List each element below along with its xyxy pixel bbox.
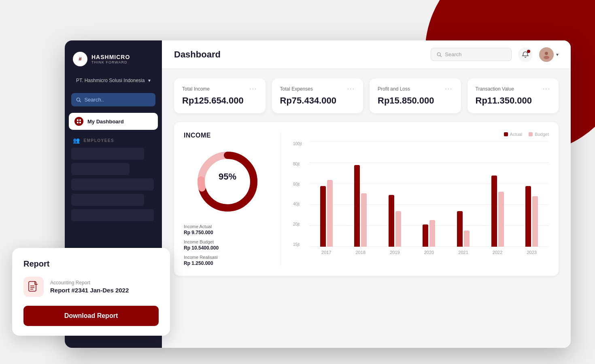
stat-income-value: Rp125.654.000 [182, 95, 257, 106]
stat-card-transaction: Transaction Value ··· Rp11.350.000 [468, 78, 559, 113]
actual-dot [504, 132, 508, 136]
chart-legend-actual: Actual [504, 132, 523, 137]
bar-budget [532, 196, 538, 247]
income-legend: Income Actual Rp 9.750.000 Income Budget… [184, 224, 271, 266]
nav-my-dashboard[interactable]: My Dashboard [69, 113, 158, 130]
chart-body: 2017201820192020202120222023 [309, 142, 549, 255]
logo-icon: # [73, 52, 87, 66]
legend-budget-label: Income Budget [184, 239, 271, 244]
legend-realisasi-label: Income Realisasi [184, 255, 271, 260]
report-card: Report Accounting Report Report #2341 Ja… [12, 248, 170, 336]
bars-container [309, 142, 549, 247]
svg-line-9 [440, 55, 441, 57]
bar-budget [498, 192, 504, 247]
stat-expenses-more[interactable]: ··· [347, 86, 355, 92]
bar-group [320, 180, 333, 247]
x-axis-label: 2018 [356, 250, 366, 255]
bar-actual [320, 186, 326, 247]
bar-actual [423, 224, 428, 247]
income-title: INCOME [184, 132, 271, 139]
nav-placeholder-2[interactable] [71, 163, 130, 175]
y-label-1: 100jt [293, 142, 305, 146]
employees-icon: 👥 [73, 137, 81, 144]
report-card-title: Report [23, 259, 159, 269]
bar-group [423, 220, 435, 247]
sidebar-search-box[interactable] [71, 93, 155, 106]
report-item: Accounting Report Report #2341 Jan-Des 2… [23, 277, 159, 297]
sidebar-search-input[interactable] [84, 97, 151, 103]
header-search-box[interactable] [431, 48, 512, 61]
y-label-2: 80jt [293, 162, 305, 166]
legend-actual-label: Income Actual [184, 224, 271, 229]
header-right: ▾ [431, 47, 559, 62]
x-axis-label: 2022 [493, 250, 502, 255]
bar-actual [525, 186, 531, 247]
x-axis-label: 2020 [424, 250, 434, 255]
search-icon [76, 97, 81, 103]
svg-line-3 [79, 101, 81, 102]
main-content: Dashboard [162, 40, 571, 348]
bar-group [491, 176, 504, 247]
bar-budget [395, 211, 401, 247]
logo-name: HASHMICRO [91, 54, 130, 60]
legend-item-budget: Income Budget Rp 10.5400.000 [184, 239, 271, 251]
income-right: Actual Budget 15jt 20jt 40jt [281, 132, 549, 266]
svg-point-10 [545, 52, 548, 55]
income-section: INCOME 95% [174, 122, 559, 276]
y-label-6: 15jt [293, 242, 305, 247]
budget-label: Budget [535, 132, 549, 137]
svg-rect-4 [77, 119, 79, 121]
y-axis: 15jt 20jt 40jt 60jt 80jt 100jt [293, 142, 309, 247]
svg-rect-6 [77, 122, 79, 123]
donut-chart: 95% [193, 147, 262, 216]
svg-rect-7 [79, 122, 81, 123]
nav-placeholder-5[interactable] [71, 209, 154, 221]
bar-group [525, 186, 538, 247]
chart-legend: Actual Budget [293, 132, 549, 137]
svg-text:#: # [79, 56, 82, 62]
bar-actual [457, 211, 463, 247]
stat-transaction-value: Rp11.350.000 [476, 95, 551, 106]
donut-chart-container: 95% [184, 147, 271, 216]
stat-pnl-value: Rp15.850.000 [378, 95, 453, 106]
stat-transaction-more[interactable]: ··· [543, 86, 550, 92]
legend-realisasi-value: Rp 1.250.000 [184, 260, 271, 266]
sidebar-section-employees: 👥 EMPLOYEES [65, 133, 162, 146]
stat-expenses-value: Rp75.434.000 [280, 95, 355, 106]
legend-item-actual: Income Actual Rp 9.750.000 [184, 224, 271, 235]
report-type: Accounting Report [50, 280, 129, 286]
bar-actual [354, 165, 360, 247]
nav-placeholder-3[interactable] [71, 178, 154, 190]
chevron-down-icon: ▾ [556, 52, 559, 57]
legend-actual-value: Rp 9.750.000 [184, 230, 271, 235]
download-report-button[interactable]: Download Report [23, 306, 159, 326]
notification-button[interactable] [518, 47, 533, 62]
x-axis-label: 2017 [321, 250, 331, 255]
bar-actual [389, 195, 394, 247]
header-search-icon [437, 52, 442, 57]
bar-budget [429, 220, 435, 247]
bar-chart-area: 15jt 20jt 40jt 60jt 80jt 100jt [293, 142, 549, 255]
stat-expenses-label: Total Expenses [280, 86, 313, 92]
user-avatar-button[interactable]: ▾ [539, 47, 559, 62]
stat-income-label: Total Income [182, 86, 210, 92]
bar-budget [327, 180, 333, 247]
svg-point-11 [544, 56, 549, 59]
nav-placeholder-4[interactable] [71, 194, 144, 206]
bar-group [354, 165, 367, 247]
logo-text: HASHMICRO THINK FORWARD [91, 54, 130, 64]
stat-pnl-more[interactable]: ··· [445, 86, 453, 92]
svg-text:95%: 95% [218, 171, 236, 182]
svg-rect-5 [79, 119, 81, 121]
stat-card-income: Total Income ··· Rp125.654.000 [174, 78, 266, 113]
y-label-5: 20jt [293, 222, 305, 226]
x-axis: 2017201820192020202120222023 [309, 247, 549, 255]
header-search-input[interactable] [445, 51, 506, 57]
company-selector[interactable]: PT. Hashmicro Solusi Indonesia ▾ [71, 74, 155, 87]
stat-card-pnl: Profit and Loss ··· Rp15.850.000 [370, 78, 461, 113]
actual-label: Actual [510, 132, 523, 137]
report-name: Report #2341 Jan-Des 2022 [50, 287, 129, 294]
stat-income-more[interactable]: ··· [249, 86, 257, 92]
nav-placeholder-1[interactable] [71, 148, 144, 160]
bar-budget [361, 193, 367, 247]
